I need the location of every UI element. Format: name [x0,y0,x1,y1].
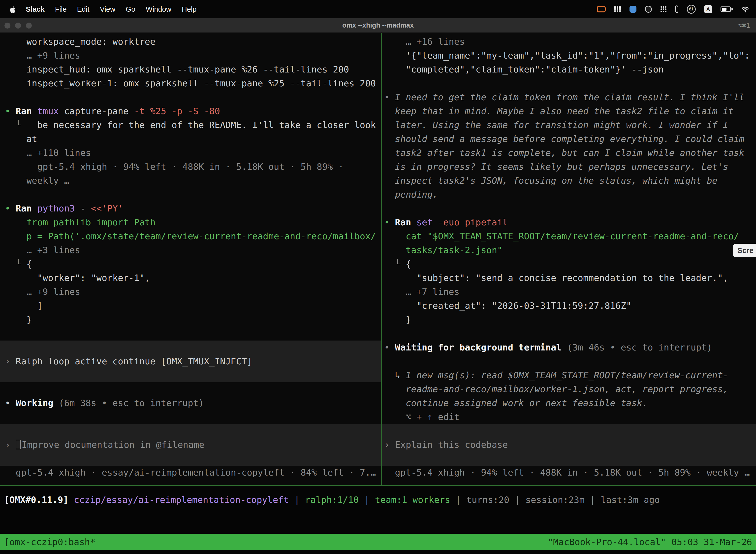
text-segment: (3m 46s • esc to interrupt) [567,342,712,352]
terminal-line: workspace_mode: worktree [0,35,381,49]
terminal-line: gpt-5.4 xhigh · essay/ai-reimplementatio… [0,466,381,480]
text-segment: Ran [16,203,37,214]
terminal-line: "completed","claim_token":"claim-token"}… [382,63,756,76]
tmux-host-clock: "MacBook-Pro-44.local" 05:03 31-Mar-26 [548,537,752,547]
apple-menu-icon[interactable] [10,6,15,13]
terminal-line [0,424,381,438]
text-segment: "completed","claim_token":"claim-token"}… [384,64,664,74]
text-segment: … +9 lines [5,287,80,297]
text-segment: last:3m ago [601,495,660,505]
terminal-line: } [382,313,756,327]
text-segment: … +7 lines [384,287,459,297]
text-segment: gpt-5.4 xhigh · 94% left · 488K in · 5.1… [5,162,343,172]
menu-file[interactable]: File [55,5,67,13]
text-segment: └ [384,259,406,269]
recording-indicator-icon[interactable] [597,6,606,12]
terminal-line: • Ran tmux capture-pane -t %25 -p -S -80 [0,104,381,118]
text-segment: workspace_mode: worktree [5,37,155,47]
text-segment: ] [5,300,43,311]
text-segment: … +9 lines [5,50,80,61]
text-segment: } [384,315,411,325]
terminal: workspace_mode: worktree … +9 lines insp… [0,33,756,485]
prompt-line[interactable]: › Ralph loop active continue [OMX_TMUX_I… [0,354,381,368]
text-segment: inspect_hud: omx sparkshell --tmux-pane … [5,64,349,74]
menu-bar-status-icons: 61 A [597,5,750,14]
terminal-line: inspect_hud: omx sparkshell --tmux-pane … [0,63,381,76]
dark-circle-app-icon[interactable] [645,6,652,13]
text-segment: should send a message before completing … [384,134,744,144]
terminal-line: inspect_worker-1: omx sparkshell --tmux-… [0,76,381,90]
terminal-line: ↳ 1 new msg(s): read $OMX_TEAM_STATE_ROO… [382,368,756,382]
terminal-line: … +110 lines [0,146,381,160]
text-segment: › [5,356,16,366]
terminal-line: … +16 lines [382,35,756,49]
text-segment: • [5,398,16,408]
text-segment: } [5,315,32,325]
prompt-line[interactable]: › Explain this codebase [382,438,756,452]
terminal-line: … +9 lines [0,49,381,63]
wifi-icon[interactable] [741,6,750,13]
text-segment: └ [5,259,26,269]
menu-go[interactable]: Go [126,5,135,13]
blue-app-icon[interactable] [630,6,636,13]
text-segment: … +110 lines [5,148,91,158]
tmux-session-window: [omx-cczip0:bash* [4,537,95,547]
battery-circle-icon[interactable]: 61 [687,5,696,14]
terminal-line: } [0,313,381,327]
terminal-line: is in progress? It seems likely but perh… [382,160,756,174]
text-segment: › [5,440,16,450]
text-segment: turns:20 [466,495,509,505]
zoom-button[interactable] [26,22,32,29]
window-title-bar: omx --xhigh --madmax ⌥⌘1 [0,18,756,33]
prompt-line[interactable]: › Improve documentation in @filename [0,438,381,452]
right-pane[interactable]: … +16 lines '{"team_name":"my-team","tas… [382,33,756,485]
minimize-button[interactable] [15,22,21,29]
left-pane[interactable]: workspace_mode: worktree … +9 lines insp… [0,33,381,485]
terminal-line: later. Using the same for transition mig… [382,118,756,132]
terminal-line: cat "$OMX_TEAM_STATE_ROOT/team/review-cu… [382,229,756,243]
terminal-line: … +9 lines [0,285,381,299]
menu-help[interactable]: Help [182,5,197,13]
dots-grid-icon[interactable] [660,6,667,12]
terminal-line [382,327,756,340]
terminal-line: • Ran python3 - <<'PY' [0,202,381,215]
window-grid-icon[interactable] [614,6,621,12]
omx-status-text: [OMX#0.11.9] cczip/essay/ai-reimplementa… [4,493,756,507]
text-segment: › Explain this codebase [384,440,508,450]
terminal-line: pending. [382,188,756,202]
terminal-line: └ { [0,257,381,271]
menu-window[interactable]: Window [146,5,171,13]
text-segment: ralph:1/10 [305,495,359,505]
close-button[interactable] [4,22,10,29]
terminal-line [382,354,756,368]
text-segment: python3 [37,203,80,214]
text-segment: … +16 lines [384,37,465,47]
text-segment: { [406,259,411,269]
terminal-line: gpt-5.4 xhigh · 94% left · 488K in · 5.1… [382,466,756,480]
terminal-line [382,202,756,215]
text-segment: capture-pane [64,106,134,116]
terminal-line [382,424,756,438]
text-segment: -t %25 -p -S -80 [134,106,220,116]
text-segment: from pathlib import Path [5,217,155,227]
text-segment: is in progress? It seems likely but perh… [384,162,728,172]
terminal-line: ] [0,299,381,313]
terminal-line: at [0,132,381,146]
text-segment: at [5,134,37,144]
menu-edit[interactable]: Edit [77,5,89,13]
input-source-icon[interactable]: A [704,5,712,13]
terminal-line: • Ran set -euo pipefail [382,215,756,229]
terminal-line: weekly … [0,174,381,188]
text-segment: Ralph loop active continue [OMX_TMUX_INJ… [16,356,252,366]
text-segment: task2 after task1 is complete, but can I… [384,148,744,158]
text-segment: team:1 workers [375,495,450,505]
text-segment: cat "$OMX_TEAM_STATE_ROOT/team/review-cu… [384,231,739,241]
text-segment: • [5,106,16,116]
window-shortcut-hint: ⌥⌘1 [738,21,750,29]
text-segment: Improve documentation in @filename [21,440,204,450]
menu-view[interactable]: View [100,5,115,13]
battery-icon[interactable] [720,6,733,12]
menu-app-name[interactable]: Slack [26,5,45,13]
vertical-pill-icon[interactable] [675,5,678,13]
terminal-line: "subject": "send a concise recommendatio… [382,271,756,285]
